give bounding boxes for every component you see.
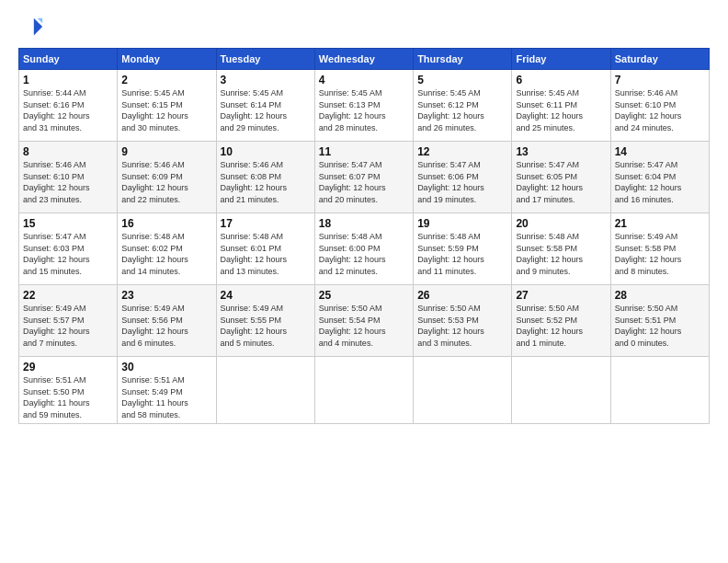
calendar-body: 1Sunrise: 5:44 AM Sunset: 6:16 PM Daylig… (19, 70, 710, 424)
day-number: 30 (121, 361, 211, 373)
day-info: Sunrise: 5:45 AM Sunset: 6:13 PM Dayligh… (319, 87, 409, 133)
day-number: 15 (23, 217, 113, 230)
day-number: 17 (221, 217, 311, 230)
col-header-monday: Monday (118, 49, 216, 70)
day-number: 9 (121, 145, 211, 158)
day-info: Sunrise: 5:47 AM Sunset: 6:07 PM Dayligh… (319, 159, 409, 205)
day-info: Sunrise: 5:46 AM Sunset: 6:08 PM Dayligh… (221, 159, 311, 205)
day-cell: 24Sunrise: 5:49 AM Sunset: 5:55 PM Dayli… (216, 285, 314, 357)
week-row-3: 15Sunrise: 5:47 AM Sunset: 6:03 PM Dayli… (19, 213, 710, 285)
day-info: Sunrise: 5:49 AM Sunset: 5:58 PM Dayligh… (615, 231, 705, 277)
day-info: Sunrise: 5:49 AM Sunset: 5:55 PM Dayligh… (221, 303, 311, 349)
day-number: 23 (121, 289, 211, 302)
day-info: Sunrise: 5:49 AM Sunset: 5:56 PM Dayligh… (121, 303, 211, 349)
day-cell: 7Sunrise: 5:46 AM Sunset: 6:10 PM Daylig… (610, 70, 709, 142)
col-header-wednesday: Wednesday (314, 49, 413, 70)
logo (18, 15, 48, 40)
day-cell: 5Sunrise: 5:45 AM Sunset: 6:12 PM Daylig… (414, 70, 512, 142)
day-info: Sunrise: 5:50 AM Sunset: 5:53 PM Dayligh… (417, 303, 507, 349)
header-row (18, 15, 710, 40)
day-info: Sunrise: 5:44 AM Sunset: 6:16 PM Dayligh… (23, 87, 113, 133)
day-info: Sunrise: 5:47 AM Sunset: 6:04 PM Dayligh… (615, 159, 705, 205)
day-info: Sunrise: 5:48 AM Sunset: 6:02 PM Dayligh… (121, 231, 211, 277)
day-number: 11 (319, 145, 409, 158)
day-cell: 15Sunrise: 5:47 AM Sunset: 6:03 PM Dayli… (19, 213, 118, 285)
day-number: 28 (615, 289, 705, 302)
day-number: 25 (319, 289, 409, 302)
main-container: SundayMondayTuesdayWednesdayThursdayFrid… (0, 0, 728, 433)
day-number: 5 (417, 74, 507, 86)
day-info: Sunrise: 5:51 AM Sunset: 5:50 PM Dayligh… (23, 374, 113, 420)
day-number: 8 (23, 145, 113, 158)
day-cell: 30Sunrise: 5:51 AM Sunset: 5:49 PM Dayli… (118, 357, 216, 424)
day-number: 14 (615, 145, 705, 158)
week-row-1: 1Sunrise: 5:44 AM Sunset: 6:16 PM Daylig… (19, 70, 710, 142)
col-header-thursday: Thursday (414, 49, 512, 70)
col-header-tuesday: Tuesday (216, 49, 314, 70)
day-info: Sunrise: 5:47 AM Sunset: 6:06 PM Dayligh… (417, 159, 507, 205)
day-info: Sunrise: 5:46 AM Sunset: 6:10 PM Dayligh… (23, 159, 113, 205)
day-info: Sunrise: 5:50 AM Sunset: 5:52 PM Dayligh… (516, 303, 606, 349)
day-info: Sunrise: 5:48 AM Sunset: 6:00 PM Dayligh… (319, 231, 409, 277)
day-info: Sunrise: 5:45 AM Sunset: 6:14 PM Dayligh… (221, 87, 311, 133)
day-number: 13 (516, 145, 606, 158)
day-info: Sunrise: 5:48 AM Sunset: 5:58 PM Dayligh… (516, 231, 606, 277)
day-number: 16 (121, 217, 211, 230)
day-number: 2 (121, 74, 211, 86)
day-info: Sunrise: 5:50 AM Sunset: 5:54 PM Dayligh… (319, 303, 409, 349)
day-number: 1 (23, 74, 113, 86)
day-cell: 29Sunrise: 5:51 AM Sunset: 5:50 PM Dayli… (19, 357, 118, 424)
day-info: Sunrise: 5:45 AM Sunset: 6:12 PM Dayligh… (417, 87, 507, 133)
day-cell: 3Sunrise: 5:45 AM Sunset: 6:14 PM Daylig… (216, 70, 314, 142)
day-cell: 27Sunrise: 5:50 AM Sunset: 5:52 PM Dayli… (512, 285, 610, 357)
day-cell: 14Sunrise: 5:47 AM Sunset: 6:04 PM Dayli… (610, 142, 709, 213)
day-number: 19 (417, 217, 507, 230)
week-row-4: 22Sunrise: 5:49 AM Sunset: 5:57 PM Dayli… (19, 285, 710, 357)
day-cell: 1Sunrise: 5:44 AM Sunset: 6:16 PM Daylig… (19, 70, 118, 142)
day-cell (512, 357, 610, 424)
day-info: Sunrise: 5:45 AM Sunset: 6:11 PM Dayligh… (516, 87, 606, 133)
day-cell: 16Sunrise: 5:48 AM Sunset: 6:02 PM Dayli… (118, 213, 216, 285)
day-info: Sunrise: 5:49 AM Sunset: 5:57 PM Dayligh… (23, 303, 113, 349)
day-cell: 20Sunrise: 5:48 AM Sunset: 5:58 PM Dayli… (512, 213, 610, 285)
day-info: Sunrise: 5:50 AM Sunset: 5:51 PM Dayligh… (615, 303, 705, 349)
day-info: Sunrise: 5:46 AM Sunset: 6:09 PM Dayligh… (121, 159, 211, 205)
day-cell (216, 357, 314, 424)
day-cell: 23Sunrise: 5:49 AM Sunset: 5:56 PM Dayli… (118, 285, 216, 357)
day-info: Sunrise: 5:46 AM Sunset: 6:10 PM Dayligh… (615, 87, 705, 133)
day-info: Sunrise: 5:48 AM Sunset: 5:59 PM Dayligh… (417, 231, 507, 277)
day-info: Sunrise: 5:47 AM Sunset: 6:05 PM Dayligh… (516, 159, 606, 205)
day-info: Sunrise: 5:45 AM Sunset: 6:15 PM Dayligh… (121, 87, 211, 133)
day-number: 26 (417, 289, 507, 302)
day-number: 12 (417, 145, 507, 158)
week-row-2: 8Sunrise: 5:46 AM Sunset: 6:10 PM Daylig… (19, 142, 710, 213)
day-cell: 18Sunrise: 5:48 AM Sunset: 6:00 PM Dayli… (314, 213, 413, 285)
day-cell: 6Sunrise: 5:45 AM Sunset: 6:11 PM Daylig… (512, 70, 610, 142)
day-info: Sunrise: 5:47 AM Sunset: 6:03 PM Dayligh… (23, 231, 113, 277)
day-number: 24 (221, 289, 311, 302)
calendar-header-row: SundayMondayTuesdayWednesdayThursdayFrid… (19, 49, 710, 70)
day-cell: 8Sunrise: 5:46 AM Sunset: 6:10 PM Daylig… (19, 142, 118, 213)
day-info: Sunrise: 5:51 AM Sunset: 5:49 PM Dayligh… (121, 374, 211, 420)
week-row-5: 29Sunrise: 5:51 AM Sunset: 5:50 PM Dayli… (19, 357, 710, 424)
day-cell: 19Sunrise: 5:48 AM Sunset: 5:59 PM Dayli… (414, 213, 512, 285)
day-number: 21 (615, 217, 705, 230)
col-header-saturday: Saturday (610, 49, 709, 70)
day-number: 27 (516, 289, 606, 302)
calendar-table: SundayMondayTuesdayWednesdayThursdayFrid… (18, 48, 710, 424)
day-number: 22 (23, 289, 113, 302)
day-cell: 13Sunrise: 5:47 AM Sunset: 6:05 PM Dayli… (512, 142, 610, 213)
day-cell (314, 357, 413, 424)
day-cell: 26Sunrise: 5:50 AM Sunset: 5:53 PM Dayli… (414, 285, 512, 357)
day-cell: 9Sunrise: 5:46 AM Sunset: 6:09 PM Daylig… (118, 142, 216, 213)
day-number: 10 (221, 145, 311, 158)
day-number: 4 (319, 74, 409, 86)
day-cell: 10Sunrise: 5:46 AM Sunset: 6:08 PM Dayli… (216, 142, 314, 213)
day-number: 20 (516, 217, 606, 230)
day-cell: 17Sunrise: 5:48 AM Sunset: 6:01 PM Dayli… (216, 213, 314, 285)
day-number: 6 (516, 74, 606, 86)
day-number: 7 (615, 74, 705, 86)
day-cell: 22Sunrise: 5:49 AM Sunset: 5:57 PM Dayli… (19, 285, 118, 357)
day-number: 29 (23, 361, 113, 373)
col-header-friday: Friday (512, 49, 610, 70)
